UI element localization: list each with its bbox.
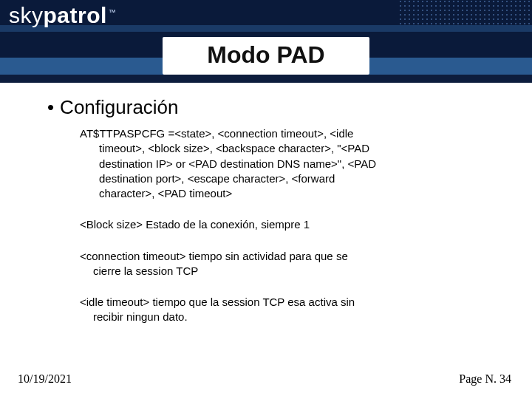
brand-logo: skypatrol™ — [9, 3, 116, 28]
slide-title: Modo PAD — [207, 41, 324, 69]
footer: 10/19/2021 Page N. 34 — [18, 372, 511, 386]
param-line: cierre la session TCP — [80, 264, 479, 279]
cmd-line: character>, <PAD timeout> — [80, 186, 485, 201]
cmd-line: destination IP> or <PAD destination DNS … — [80, 157, 485, 171]
param-connection-timeout: <connection timeout> tiempo sin activida… — [80, 249, 485, 279]
param-line: <connection timeout> tiempo sin activida… — [80, 249, 479, 264]
cmd-line: destination port>, <escape character>, <… — [80, 171, 485, 186]
param-line: <idle timeout> tiempo que la session TCP… — [80, 295, 479, 310]
cmd-line: AT$TTPASPCFG =<state>, <connection timeo… — [80, 126, 485, 141]
bullet-row: • Configuración — [47, 96, 485, 119]
param-line: recibir ningun dato. — [80, 310, 479, 324]
command-syntax: AT$TTPASPCFG =<state>, <connection timeo… — [80, 126, 485, 201]
logo-tm: ™ — [109, 8, 117, 16]
param-block-size: <Block size> Estado de la conexión, siem… — [80, 217, 485, 232]
title-wrap: Modo PAD — [0, 30, 532, 81]
param-idle-timeout: <idle timeout> tiempo que la session TCP… — [80, 295, 485, 325]
header-band: skypatrol™ Modo PAD — [0, 0, 532, 83]
param-line: <Block size> Estado de la conexión, siem… — [80, 217, 479, 232]
slide-content: • Configuración AT$TTPASPCFG =<state>, <… — [0, 83, 532, 325]
footer-page: Page N. 34 — [459, 372, 511, 386]
logo-part-sky: sky — [9, 3, 44, 27]
bullet-glyph: • — [47, 98, 54, 117]
footer-date: 10/19/2021 — [18, 372, 72, 386]
logo-part-patrol: patrol — [44, 3, 107, 27]
title-box: Modo PAD — [163, 37, 369, 75]
bullet-label: Configuración — [60, 96, 178, 119]
cmd-line: timeout>, <block size>, <backspace chara… — [80, 141, 485, 156]
